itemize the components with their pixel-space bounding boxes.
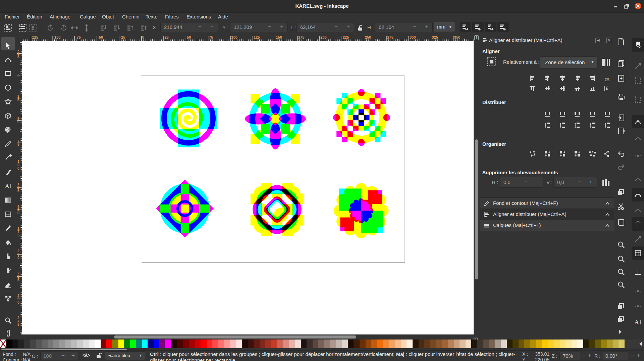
svg-text:5: 5: [17, 142, 19, 146]
svg-text:325: 325: [432, 35, 438, 39]
svg-text:5: 5: [17, 55, 19, 59]
svg-text:5: 5: [17, 278, 19, 282]
svg-text:5: 5: [17, 322, 19, 326]
svg-text:200: 200: [320, 35, 326, 39]
svg-text:150: 150: [276, 35, 282, 39]
svg-text:125: 125: [254, 35, 260, 39]
svg-text:A: A: [5, 183, 9, 189]
svg-text:-25: -25: [120, 35, 125, 39]
svg-text:225: 225: [343, 35, 349, 39]
svg-text:50: 50: [187, 35, 191, 39]
svg-text:-125: -125: [31, 35, 38, 39]
svg-text:0: 0: [17, 166, 19, 170]
svg-text:250: 250: [365, 35, 371, 39]
svg-text:300: 300: [410, 35, 416, 39]
svg-text:-100: -100: [53, 35, 60, 39]
svg-text:-75: -75: [75, 35, 81, 39]
svg-text:ya: ya: [605, 76, 609, 81]
svg-text:-50: -50: [98, 35, 103, 39]
svg-text:ya: ya: [605, 86, 609, 90]
svg-text:0: 0: [17, 256, 19, 260]
svg-text:175: 175: [298, 35, 304, 39]
svg-text:5: 5: [17, 233, 19, 237]
svg-text:350: 350: [454, 35, 460, 39]
svg-text:0: 0: [17, 120, 19, 124]
svg-text:100: 100: [231, 35, 237, 39]
svg-text:25: 25: [164, 35, 168, 39]
svg-text:0: 0: [17, 211, 19, 215]
svg-text:5: 5: [17, 98, 19, 102]
svg-text:A: A: [635, 319, 639, 325]
svg-text:5: 5: [17, 189, 19, 193]
svg-text:0: 0: [17, 300, 19, 304]
svg-text:0: 0: [142, 35, 144, 39]
svg-text:75: 75: [209, 35, 213, 39]
svg-text:0: 0: [17, 74, 19, 78]
svg-text:275: 275: [387, 35, 393, 39]
